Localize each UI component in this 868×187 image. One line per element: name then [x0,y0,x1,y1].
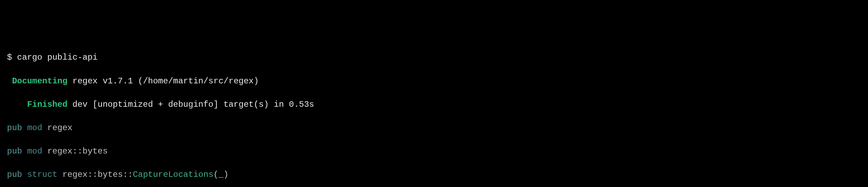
type-name: CaptureLocations [133,170,213,179]
api-line-mod: pub mod regex [7,122,861,134]
phase-documenting: Documenting regex v1.7.1 (/home/martin/s… [7,75,861,87]
qualifier: pub [7,123,22,133]
qualifier: pub [7,147,22,156]
kind-keyword: mod [27,123,42,133]
phase-text: regex v1.7.1 (/home/martin/src/regex) [72,76,259,86]
phase-label: Documenting [12,76,67,86]
phase-label: Finished [27,100,67,109]
path-prefix: regex::bytes:: [62,170,133,179]
kind-keyword: mod [27,147,42,156]
kind-keyword: struct [27,170,57,179]
prompt-line[interactable]: $ cargo public-api [7,52,861,63]
command-text: cargo public-api [17,53,98,62]
phase-text: dev [unoptimized + debuginfo] target(s) … [72,100,314,109]
shell-prompt: $ [7,53,12,62]
module-path: regex::bytes [47,147,108,156]
api-line-mod: pub mod regex::bytes [7,145,861,157]
struct-suffix: (_) [214,170,229,179]
qualifier: pub [7,170,22,179]
phase-finished: Finished dev [unoptimized + debuginfo] t… [7,99,861,111]
api-line-struct: pub struct regex::bytes::CaptureLocation… [7,169,861,181]
module-path: regex [47,123,72,133]
